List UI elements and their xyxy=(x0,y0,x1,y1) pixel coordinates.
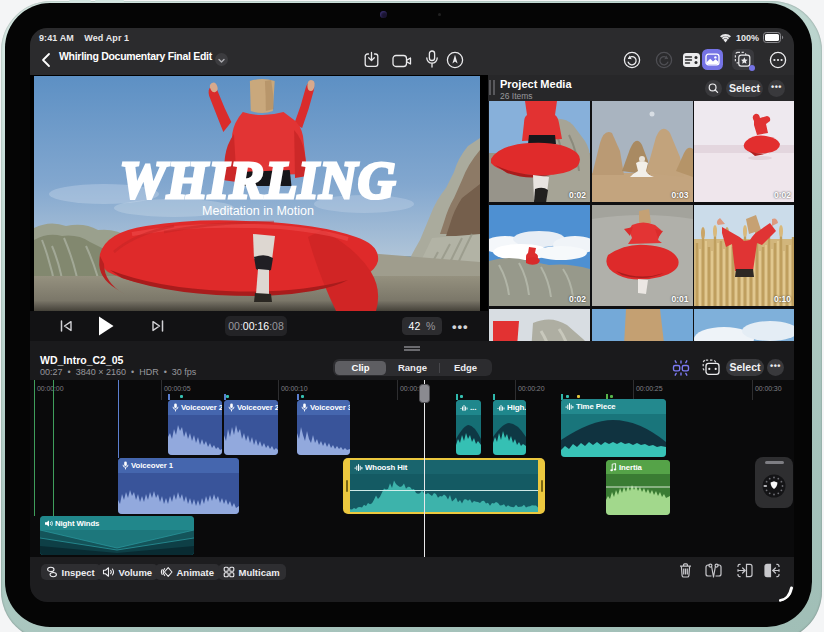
svg-text:WHIRLING: WHIRLING xyxy=(120,152,397,209)
svg-text:Meditation in Motion: Meditation in Motion xyxy=(202,204,314,218)
